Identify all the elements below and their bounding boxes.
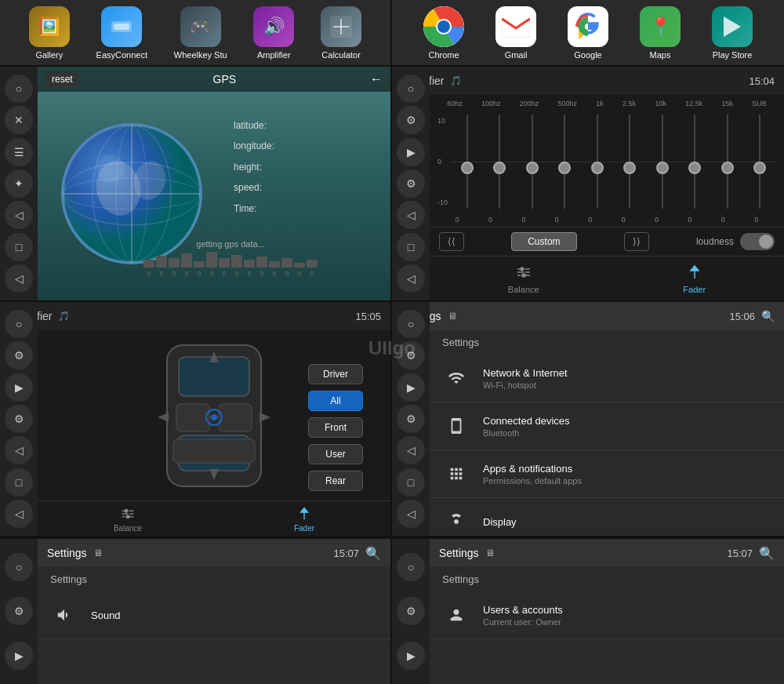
bottom-right-settings: ○ ⚙ ▶ Settings 🖥 15:07 🔍 Settings (392, 537, 784, 684)
loudness-switch[interactable] (740, 233, 775, 250)
amp2-fader-btn[interactable]: Fader (294, 505, 314, 533)
sidebar-music-btn[interactable]: ☰ (5, 138, 33, 166)
user-btn[interactable]: User (308, 444, 363, 464)
driver-btn[interactable]: Driver (308, 364, 363, 384)
amp2-home-btn[interactable]: ○ (5, 310, 33, 338)
amp2-vol-btn[interactable]: ◁ (5, 436, 33, 464)
app-chrome[interactable]: Chrome (423, 6, 464, 60)
amp2-back-btn[interactable]: ◁ (5, 500, 33, 528)
sidebar-square2-btn[interactable]: □ (397, 233, 425, 261)
svg-point-11 (92, 158, 144, 220)
bl-gear-btn[interactable]: ⚙ (5, 597, 33, 625)
app-easyconnect[interactable]: EasyConnect (96, 6, 147, 60)
sidebar-settings-btn[interactable]: ⚙ (397, 169, 425, 198)
google-label: Google (574, 50, 601, 60)
br-gear-btn[interactable]: ⚙ (397, 597, 425, 625)
car-svg (136, 329, 292, 502)
sidebar-home-btn2[interactable]: ○ (397, 75, 425, 103)
wheelkey-label: Wheelkey Stu (174, 50, 227, 60)
eq-slider-7[interactable] (694, 115, 695, 209)
bl-sound-item[interactable]: Sound (38, 591, 390, 639)
rear-btn[interactable]: Rear (308, 471, 363, 491)
eq-slider-2[interactable] (532, 115, 533, 209)
app-playstore[interactable]: Play Store (712, 6, 753, 60)
br-home-btn[interactable]: ○ (397, 553, 425, 581)
freq-15k: 15k (721, 100, 733, 107)
eq-slider-0[interactable] (466, 115, 468, 209)
sidebar-back-btn[interactable]: ◁ (5, 264, 33, 293)
amp2-content: Driver All Front User Rear (38, 330, 390, 500)
front-btn[interactable]: Front (308, 417, 363, 438)
bl-sound-title: Sound (91, 609, 378, 621)
app-maps[interactable]: 📍 Maps (640, 6, 681, 60)
sidebar-home-btn[interactable]: ○ (5, 75, 33, 103)
sidebar-vol2-btn[interactable]: ◁ (397, 201, 425, 229)
bl-home-btn[interactable]: ○ (5, 553, 33, 581)
settings-home-btn[interactable]: ○ (397, 310, 425, 338)
eq-slider-1[interactable] (499, 115, 500, 209)
gps-title: GPS (213, 73, 237, 86)
eq-slider-5[interactable] (629, 115, 630, 209)
amp2-gear-btn[interactable]: ⚙ (5, 341, 33, 369)
chrome-icon (423, 6, 464, 47)
gallery-label: Gallery (35, 50, 63, 60)
br-users-subtitle: Current user: Owner (483, 617, 771, 627)
google-icon (568, 6, 608, 47)
br-users-item[interactable]: Users & accounts Current user: Owner (430, 591, 784, 639)
app-wheelkey[interactable]: 🎮 Wheelkey Stu (174, 6, 227, 60)
sidebar-back2-btn[interactable]: ◁ (397, 264, 425, 293)
app-calculator[interactable]: Calculator (321, 6, 361, 60)
settings-apps-item[interactable]: Apps & notifications Permissions, defaul… (430, 450, 784, 498)
eq-next-btn[interactable]: ⟩⟩ (624, 232, 649, 251)
svg-rect-35 (219, 404, 252, 431)
chrome-label: Chrome (428, 50, 459, 60)
sidebar-nav-btn[interactable]: ✕ (5, 106, 33, 134)
sidebar-square-btn[interactable]: □ (5, 233, 33, 261)
display-title: Display (483, 516, 771, 528)
eq-prev-btn[interactable]: ⟨⟨ (439, 232, 464, 251)
amp2-play-btn[interactable]: ▶ (5, 373, 33, 402)
bl-search-icon[interactable]: 🔍 (365, 546, 381, 561)
svg-point-27 (521, 267, 524, 271)
eq-slider-3[interactable] (564, 115, 565, 209)
eq-slider-4[interactable] (597, 115, 598, 209)
settings-play-btn[interactable]: ▶ (397, 373, 425, 402)
settings-back-btn[interactable]: ◁ (397, 500, 425, 528)
app-gmail[interactable]: Gmail (495, 6, 536, 60)
eq-slider-6[interactable] (662, 115, 663, 209)
amp2-balance-btn[interactable]: Balance (114, 505, 142, 533)
sidebar-gear-btn[interactable]: ⚙ (397, 106, 425, 134)
eq-slider-9[interactable] (759, 115, 760, 209)
settings-connected-item[interactable]: Connected devices Bluetooth (430, 402, 784, 450)
svg-point-49 (125, 509, 128, 512)
settings-display-item[interactable]: Display (430, 498, 784, 536)
br-users-text: Users & accounts Current user: Owner (483, 604, 771, 627)
sidebar-play-btn[interactable]: ▶ (397, 138, 425, 166)
amp2-square-btn[interactable]: □ (5, 468, 33, 497)
br-play-btn[interactable]: ▶ (397, 642, 425, 670)
br-search-icon[interactable]: 🔍 (759, 546, 775, 561)
eq-balance-btn[interactable]: Balance (508, 263, 539, 294)
eq-fader-btn[interactable]: Fader (683, 263, 706, 294)
settings-search-icon[interactable]: 🔍 (761, 310, 775, 322)
app-google[interactable]: Google (568, 6, 608, 60)
settings-square-btn[interactable]: □ (397, 468, 425, 497)
settings-network-item[interactable]: Network & Internet Wi-Fi, hotspot (430, 355, 784, 402)
settings-vol-btn[interactable]: ◁ (397, 436, 425, 464)
amp2-settings-btn[interactable]: ⚙ (5, 405, 33, 433)
eq-slider-8[interactable] (727, 115, 728, 209)
gps-back-arrow[interactable]: ← (370, 72, 383, 86)
app-amplifier[interactable]: 🔊 Amplifier (253, 6, 294, 60)
sidebar-vol-btn[interactable]: ◁ (5, 201, 33, 229)
bl-play-btn[interactable]: ▶ (5, 642, 33, 670)
settings-gear-btn[interactable]: ⚙ (397, 341, 425, 369)
top-left-apps: 🖼️ Gallery EasyConnect 🎮 Wheelkey Stu 🔊 … (0, 0, 392, 67)
all-btn[interactable]: All (308, 391, 363, 411)
amp-eq-icon: 🎵 (450, 75, 462, 86)
app-gallery[interactable]: 🖼️ Gallery (29, 6, 70, 60)
sidebar-bt-btn[interactable]: ✦ (5, 169, 33, 198)
maps-icon: 📍 (640, 6, 681, 47)
eq-custom-btn[interactable]: Custom (511, 232, 576, 251)
gps-reset-btn[interactable]: reset (45, 72, 79, 86)
settings-set-btn[interactable]: ⚙ (397, 405, 425, 433)
